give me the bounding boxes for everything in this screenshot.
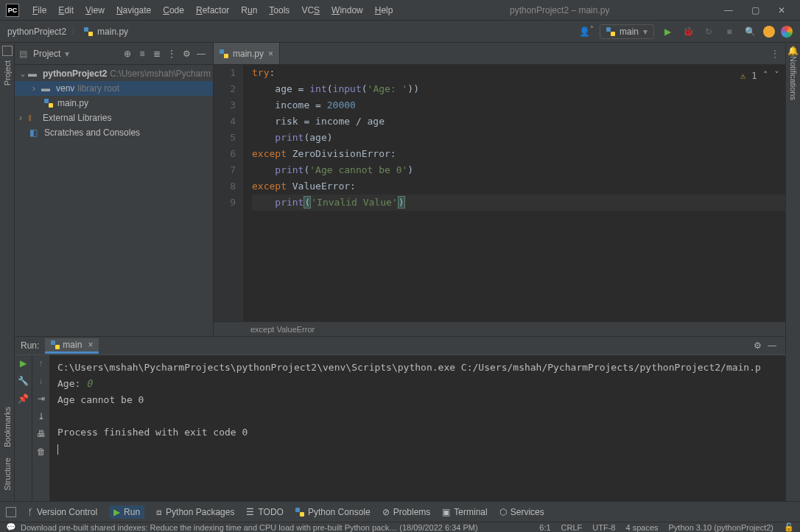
project-tool-button[interactable]: Project [3,60,12,85]
breadcrumb-file[interactable]: main.py [97,27,128,37]
edit-config-button[interactable]: 🔧 [18,376,29,386]
services-tool[interactable]: ⬡Services [499,507,544,517]
terminal-icon: ▣ [442,507,450,517]
print-button[interactable]: 🖶 [37,429,46,439]
hide-run-button[interactable]: — [765,338,779,353]
notifications-icon[interactable]: 🔔 [787,46,799,56]
run-label: Run: [21,340,39,351]
window-icon[interactable] [2,46,13,56]
expand-all-button[interactable]: ≡ [135,46,150,61]
select-opened-file-button[interactable]: ⊕ [120,46,135,61]
terminal-tool[interactable]: ▣Terminal [442,507,487,517]
close-tab-button[interactable]: × [268,49,273,59]
close-button[interactable]: ✕ [775,5,788,15]
python-console-tool[interactable]: Python Console [295,507,371,517]
menu-window[interactable]: Window [327,4,368,17]
tree-file[interactable]: main.py [15,96,213,111]
ide-update-icon[interactable] [763,26,775,38]
cursor-position[interactable]: 6:1 [539,523,550,532]
run-tool[interactable]: ▶Run [109,505,144,519]
run-config-name: main [620,27,639,37]
packages-tool[interactable]: ⧈Python Packages [156,507,234,517]
tree-root[interactable]: ⌄ ▬ pythonProject2 C:\Users\mshah\Pychar… [15,66,213,81]
editor-tab[interactable]: main.py × [214,43,280,64]
vcs-tool[interactable]: ᚶVersion Control [28,507,97,517]
indent[interactable]: 4 spaces [625,523,658,532]
maximize-button[interactable]: ▢ [748,5,762,15]
more-icon[interactable]: ⋮ [164,46,179,61]
tree-scratches[interactable]: ◧ Scratches and Consoles [15,125,213,140]
clear-button[interactable]: 🗑 [37,447,46,457]
tree-venv[interactable]: › ▬ venv library root [15,81,213,96]
run-toolbar-left2: ↑ ↓ ⇥ ⤓ 🖶 🗑 [32,355,50,501]
project-pane-title[interactable]: Project [33,49,60,59]
run-config-dropdown[interactable]: main ▾ [600,24,654,39]
run-tab[interactable]: main × [45,338,99,354]
menu-navigate[interactable]: Navigate [112,4,155,17]
tree-scratches-name: Scratches and Consoles [44,127,140,138]
encoding[interactable]: UTF-8 [592,523,615,532]
chevron-down-icon[interactable]: ▾ [65,49,69,59]
left-gutter: Project Bookmarks Structure [0,43,15,501]
console-output[interactable]: C:\Users\mshah\PycharmProjects\pythonPro… [50,355,785,501]
debug-button[interactable]: 🐞 [681,24,695,39]
project-tree[interactable]: ⌄ ▬ pythonProject2 C:\Users\mshah\Pychar… [15,65,213,336]
wrap-button[interactable]: ⇥ [38,393,45,404]
run-coverage-button[interactable]: ↻ [701,24,716,39]
bookmarks-tool-button[interactable]: Bookmarks [3,407,12,447]
close-icon[interactable]: × [88,340,93,350]
project-view-icon: ▤ [19,49,27,59]
run-button[interactable]: ▶ [660,24,675,39]
more-icon[interactable]: ⋮ [771,49,779,59]
lock-icon[interactable]: 🔓 [784,522,794,532]
code-with-me-icon[interactable] [781,26,793,38]
code-editor[interactable]: 1 2 3 4 5 6 7 8 9 try: age = int(input('… [214,65,785,321]
chevron-down-icon: ▾ [643,27,648,37]
menu-tools[interactable]: Tools [264,4,294,17]
todo-tool[interactable]: ☰TODO [246,507,283,517]
interpreter[interactable]: Python 3.10 (pythonProject2) [669,523,773,532]
breadcrumb-root[interactable]: pythonProject2 [7,27,66,37]
cursor [57,444,58,455]
status-message[interactable]: Download pre-built shared indexes: Reduc… [21,523,478,532]
inspections-badge[interactable]: ⚠ 1 ˆ ˇ [740,68,779,84]
editor-breadcrumb[interactable]: except ValueError [214,321,785,336]
menu-file[interactable]: File [28,4,51,17]
minimize-button[interactable]: — [722,5,735,15]
folder-icon: ▬ [28,69,40,79]
collapse-all-button[interactable]: ≣ [150,46,164,61]
hide-button[interactable]: — [194,46,208,61]
search-button[interactable]: 🔍 [743,24,757,39]
right-gutter: 🔔 Notifications [785,43,800,501]
problems-tool[interactable]: ⊘Problems [382,507,431,517]
gear-icon[interactable]: ⚙ [179,46,194,61]
down-button[interactable]: ↓ [39,376,43,386]
menu-edit[interactable]: Edit [54,4,78,17]
menu-view[interactable]: View [81,4,109,17]
menu-run[interactable]: Run [236,4,262,17]
stop-button[interactable]: ■ [722,24,737,39]
rerun-button[interactable]: ▶ [20,358,27,368]
menu-code[interactable]: Code [158,4,189,17]
menu-refactor[interactable]: Refactor [192,4,234,17]
line-gutter[interactable]: 1 2 3 4 5 6 7 8 9 [214,65,243,321]
pin-button[interactable]: 📌 [18,393,29,404]
branch-icon: ᚶ [28,507,33,517]
add-user-icon[interactable]: 👤+ [579,24,594,39]
chevron-up-icon[interactable]: ˆ [763,68,768,84]
window-icon[interactable] [6,507,16,517]
event-log-icon[interactable]: 💬 [6,522,16,532]
code-content[interactable]: try: age = int(input('Age: ')) income = … [243,65,785,321]
menu-vcs[interactable]: VCS [297,4,324,17]
up-button[interactable]: ↑ [39,358,43,368]
notifications-tool-button[interactable]: Notifications [789,56,798,100]
structure-tool-button[interactable]: Structure [3,458,12,491]
scroll-button[interactable]: ⤓ [38,411,45,421]
main-menu: File Edit View Navigate Code Refactor Ru… [28,4,397,17]
chevron-down-icon[interactable]: ˇ [774,68,779,84]
gear-icon[interactable]: ⚙ [750,338,765,353]
menu-help[interactable]: Help [371,4,398,17]
run-toolbar-left: ▶ 🔧 📌 [15,355,32,501]
line-ending[interactable]: CRLF [561,523,583,532]
tree-ext-libs[interactable]: › ⦀ External Libraries [15,111,213,125]
